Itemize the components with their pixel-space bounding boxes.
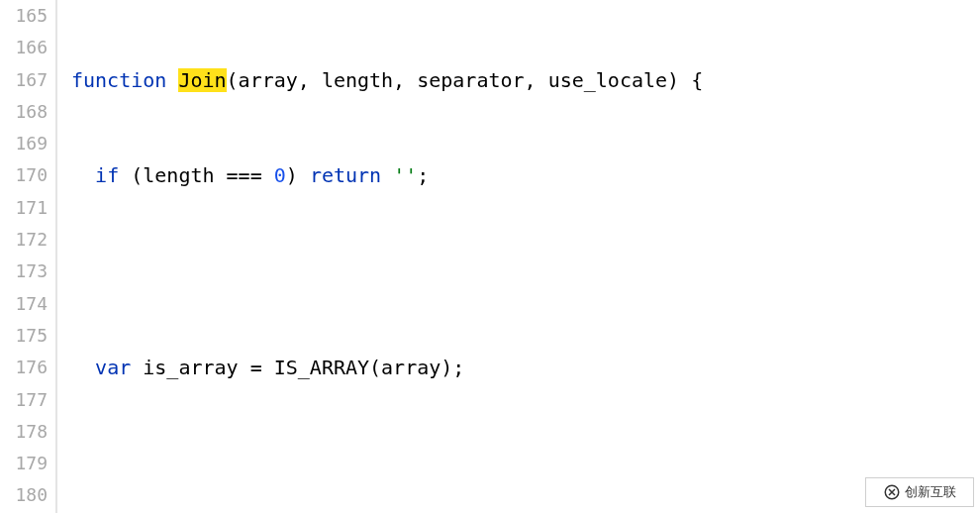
line-number: 172 [0, 224, 48, 256]
line-number: 174 [0, 288, 48, 320]
line-number-gutter: 165 166 167 168 169 170 171 172 173 174 … [0, 0, 55, 513]
code-text: is_array = IS_ARRAY(array); [131, 356, 464, 379]
line-number: 171 [0, 192, 48, 224]
line-number: 175 [0, 320, 48, 352]
space [381, 163, 393, 187]
code-text: (array, length, separator, use_locale) { [227, 68, 704, 92]
number-literal: 0 [274, 163, 286, 187]
line-number: 169 [0, 128, 48, 159]
code-text: ; [417, 163, 429, 187]
code-text: (length === [119, 163, 274, 187]
line-number: 176 [0, 352, 48, 383]
line-number: 167 [0, 64, 48, 96]
line-number: 166 [0, 32, 48, 63]
code-text: ) [286, 163, 310, 187]
line-number: 177 [0, 384, 48, 416]
line-number: 170 [0, 159, 48, 191]
code-line[interactable]: function Join(array, length, separator, … [71, 64, 862, 96]
string-literal: '' [393, 163, 417, 187]
line-number: 179 [0, 448, 48, 479]
line-number: 173 [0, 256, 48, 287]
keyword-return: return [310, 163, 381, 187]
code-line[interactable] [71, 256, 862, 287]
keyword-if: if [95, 163, 119, 187]
line-number: 178 [0, 416, 48, 448]
line-number: 168 [0, 96, 48, 128]
watermark-text: 创新互联 [905, 476, 956, 508]
code-line[interactable] [71, 448, 862, 479]
indent [71, 356, 95, 379]
watermark-badge: 创新互联 [865, 477, 974, 507]
keyword-function: function [71, 68, 166, 92]
code-area[interactable]: function Join(array, length, separator, … [57, 0, 862, 513]
line-number: 165 [0, 0, 48, 32]
code-line[interactable]: var is_array = IS_ARRAY(array); [71, 352, 862, 383]
indent [71, 163, 95, 187]
code-editor[interactable]: 165 166 167 168 169 170 171 172 173 174 … [0, 0, 980, 513]
function-name-highlighted: Join [178, 68, 226, 92]
keyword-var: var [95, 356, 131, 379]
code-line[interactable]: if (length === 0) return ''; [71, 159, 862, 191]
logo-icon [883, 483, 901, 501]
line-number: 180 [0, 479, 48, 511]
